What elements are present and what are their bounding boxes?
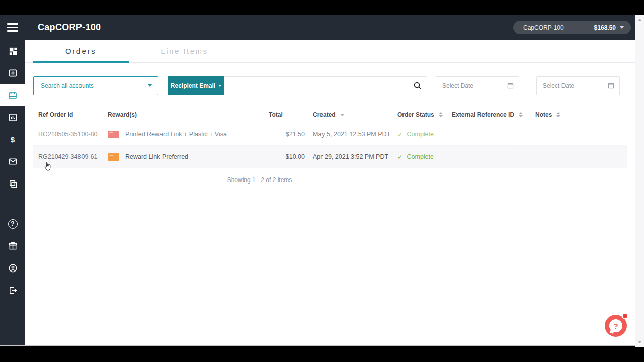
- sort-desc-icon[interactable]: [340, 114, 344, 116]
- order-created: Apr 29, 2021 3:52 PM PDT: [309, 153, 392, 160]
- reward-cell: Printed Reward Link + Plastic + Visa: [103, 131, 235, 138]
- screen: CapCORP-100 CapCORP-100 $168.50: [0, 0, 644, 362]
- account-balance-pill[interactable]: CapCORP-100 $168.50: [513, 21, 631, 34]
- reward-card-icon: [108, 131, 119, 138]
- check-icon: ✓: [397, 153, 403, 161]
- order-total: $21.50: [235, 131, 309, 138]
- hamburger-menu-icon[interactable]: [0, 23, 25, 32]
- sidebar-item-order-history[interactable]: [0, 84, 25, 106]
- col-order-status[interactable]: Order Status: [392, 111, 447, 118]
- col-notes[interactable]: Notes: [530, 111, 627, 118]
- date-to-field[interactable]: [536, 76, 620, 95]
- help-circle-icon: ?: [8, 219, 18, 229]
- sidebar-item-reports[interactable]: [0, 106, 25, 128]
- sort-icon[interactable]: [519, 112, 523, 117]
- dashboard-icon: [8, 46, 18, 56]
- account-filter-value: Search all accounts: [41, 82, 94, 89]
- sidebar-item-funding[interactable]: $: [0, 128, 25, 150]
- chevron-down-icon: [620, 26, 624, 29]
- chevron-down-icon: [218, 85, 221, 87]
- scroll-down-icon[interactable]: [638, 341, 642, 343]
- orders-calendar-icon: [8, 90, 18, 100]
- chevron-down-icon: [148, 84, 152, 87]
- order-status: ✓ Complete: [392, 131, 447, 138]
- reward-name: Reward Link Preferred: [125, 153, 188, 160]
- order-total: $10.00: [235, 153, 309, 160]
- calendar-icon: [507, 82, 514, 89]
- table-row[interactable]: RG210429-34809-61 Reward Link Preferred …: [33, 146, 627, 168]
- table-header-row: Ref Order Id Reward(s) Total Created Ord…: [33, 106, 627, 123]
- col-external-reference-id[interactable]: External Reference ID: [447, 111, 530, 118]
- check-icon: ✓: [397, 131, 403, 138]
- search-button[interactable]: [408, 76, 427, 95]
- sort-icon[interactable]: [556, 112, 560, 117]
- sidebar-item-sign-out[interactable]: [0, 279, 25, 301]
- sidebar: $ ?: [0, 40, 25, 345]
- date-from-input[interactable]: [442, 82, 504, 89]
- col-rewards: Reward(s): [103, 111, 235, 118]
- date-from-field[interactable]: [436, 76, 519, 95]
- search-group: Recipient Email: [168, 76, 427, 95]
- sidebar-item-templates[interactable]: [0, 172, 25, 195]
- sidebar-item-account[interactable]: [0, 257, 25, 279]
- letterbox-top: [0, 0, 644, 15]
- add-square-icon: [8, 68, 18, 78]
- reward-card-icon: [108, 153, 119, 161]
- col-created[interactable]: Created: [309, 111, 392, 118]
- tab-orders[interactable]: Orders: [33, 40, 129, 62]
- main-panel: Orders Line Items Search all accounts Re…: [25, 40, 635, 345]
- help-fab-button[interactable]: ?: [605, 315, 627, 337]
- pagination-summary: Showing 1 - 2 of 2 items: [33, 176, 486, 184]
- ref-order-id[interactable]: RG210429-34809-61: [33, 153, 103, 160]
- vertical-scrollbar[interactable]: [635, 15, 644, 347]
- sidebar-item-messages[interactable]: [0, 150, 25, 172]
- letterbox-bottom: [0, 347, 644, 362]
- reward-cell: Reward Link Preferred: [103, 153, 235, 161]
- filter-row: Search all accounts Recipient Email: [33, 76, 627, 95]
- copy-icon: [8, 179, 18, 189]
- search-input[interactable]: [224, 76, 408, 95]
- page-title: CapCORP-100: [38, 22, 101, 33]
- dollar-icon: $: [11, 135, 15, 144]
- sidebar-item-help[interactable]: ?: [0, 213, 25, 235]
- app-window: CapCORP-100 CapCORP-100 $168.50: [0, 15, 635, 346]
- sidebar-item-add-account[interactable]: [0, 62, 25, 84]
- tab-line-items[interactable]: Line Items: [136, 40, 232, 62]
- status-label: Complete: [407, 153, 434, 160]
- search-type-label: Recipient Email: [171, 82, 215, 89]
- col-ref-order-id: Ref Order Id: [33, 111, 103, 118]
- ref-order-id[interactable]: RG210505-35100-80: [33, 131, 103, 138]
- envelope-icon: [8, 157, 18, 166]
- top-header: CapCORP-100 CapCORP-100 $168.50: [0, 15, 635, 40]
- bar-chart-icon: [8, 113, 18, 122]
- scroll-up-icon[interactable]: [638, 19, 642, 21]
- order-status: ✓ Complete: [392, 153, 447, 161]
- sign-out-icon: [8, 286, 18, 295]
- user-circle-icon: [8, 263, 18, 273]
- account-name: CapCORP-100: [523, 24, 564, 31]
- search-type-dropdown-button[interactable]: Recipient Email: [168, 76, 224, 95]
- col-total: Total: [235, 111, 309, 118]
- date-to-input[interactable]: [543, 82, 605, 89]
- account-balance: $168.50: [594, 24, 616, 31]
- sort-icon[interactable]: [439, 112, 443, 117]
- table-row[interactable]: RG210505-35100-80 Printed Reward Link + …: [33, 123, 627, 146]
- orders-content: Search all accounts Recipient Email: [25, 63, 635, 345]
- account-filter-select[interactable]: Search all accounts: [33, 76, 158, 95]
- notification-badge: [622, 313, 628, 319]
- status-label: Complete: [407, 131, 434, 138]
- help-question-icon: ?: [609, 319, 622, 332]
- tab-bar: Orders Line Items: [25, 40, 635, 63]
- sidebar-item-rewards[interactable]: [0, 235, 25, 257]
- order-created: May 5, 2021 12:53 PM PDT: [309, 131, 392, 138]
- sidebar-item-dashboard[interactable]: [0, 40, 25, 62]
- gift-icon: [8, 241, 18, 251]
- reward-name: Printed Reward Link + Plastic + Visa: [125, 131, 227, 138]
- calendar-icon: [608, 82, 614, 89]
- search-icon: [413, 81, 422, 90]
